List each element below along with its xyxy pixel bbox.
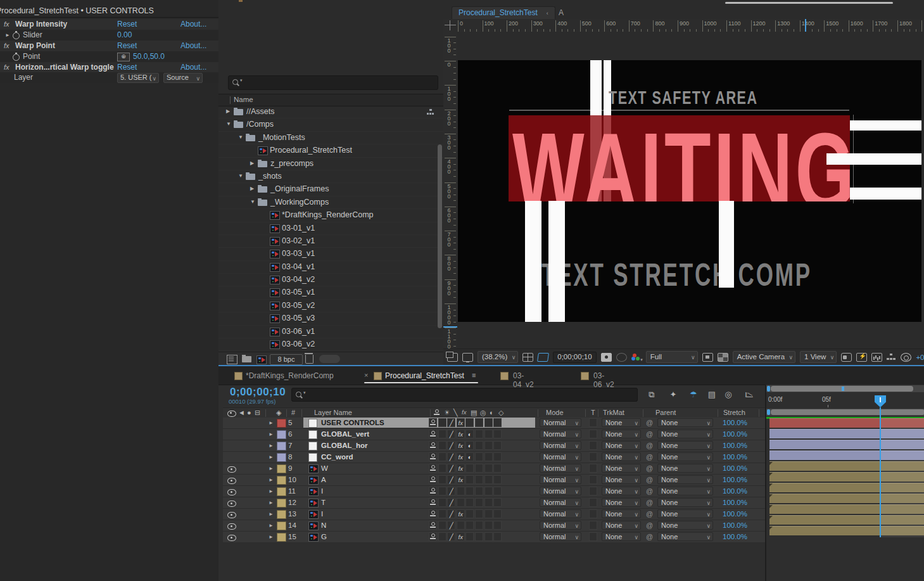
t-switch-cell[interactable] [589, 521, 597, 530]
tab-label[interactable]: *DraftKings_RenderComp [246, 371, 334, 380]
layer-switch-cell[interactable] [429, 498, 437, 507]
tab-label[interactable]: 03-04_v2 [513, 371, 534, 389]
stretch-column-header[interactable]: Stretch [723, 409, 745, 416]
layer-label-color-chip[interactable] [277, 533, 286, 542]
twirl-arrow-icon[interactable]: ▼ [238, 173, 243, 179]
effect-name[interactable]: Warp Point [15, 41, 55, 51]
layer-name[interactable]: I [321, 487, 323, 495]
trkmat-select[interactable]: None∨ [602, 441, 641, 450]
layer-switch-cell[interactable] [457, 521, 465, 530]
property-name[interactable]: Layer [14, 72, 33, 83]
layer-switch-cell[interactable] [493, 509, 502, 518]
layer-row[interactable]: ►10A╱fxNormal∨None∨@None∨100.0% [223, 475, 765, 486]
timeline-search-input[interactable] [291, 388, 638, 402]
layer-name-column-header[interactable]: Layer Name [314, 409, 352, 416]
transparency-grid-icon[interactable] [718, 353, 728, 362]
layer-switch-cell[interactable]: fx [457, 532, 465, 541]
parent-select[interactable]: None∨ [657, 418, 713, 427]
project-tree-item[interactable]: 03-02_v1 [218, 235, 443, 248]
layer-row[interactable]: ►14N╱Normal∨None∨@None∨100.0% [223, 520, 765, 532]
effect-name[interactable]: Horizon...rtical Warp toggle [15, 62, 114, 73]
parent-pickwhip-icon[interactable]: @ [646, 430, 653, 438]
parent-column-header[interactable]: Parent [655, 409, 676, 416]
adjustment-column-icon[interactable]: ◐ [490, 409, 494, 416]
layer-label-color-chip[interactable] [277, 521, 286, 530]
about-link[interactable]: About... [180, 41, 206, 51]
blend-mode-select[interactable]: Normal∨ [540, 441, 581, 450]
layer-switch-cell[interactable] [429, 509, 437, 518]
stretch-value[interactable]: 100.0% [709, 442, 747, 449]
layer-switch-cell[interactable]: ╱ [447, 452, 455, 461]
layer-switch-cell[interactable] [493, 418, 502, 427]
layer-switch-cell[interactable] [484, 441, 493, 450]
layer-label-color-chip[interactable] [277, 510, 286, 519]
stretch-value[interactable]: 100.0% [709, 476, 747, 483]
stopwatch-icon[interactable] [13, 32, 20, 39]
project-tree-item[interactable]: ▶_OriginalFrames [218, 183, 443, 196]
project-tree-item[interactable]: ▶//Assets [218, 106, 443, 118]
parent-select[interactable]: None∨ [657, 498, 713, 507]
parent-pickwhip-icon[interactable]: @ [646, 419, 653, 426]
layer-switch-cell[interactable]: ╱ [447, 475, 455, 484]
motion-blur-column-icon[interactable]: ◎ [480, 409, 486, 417]
t-switch-cell[interactable] [589, 452, 597, 461]
t-switch-cell[interactable] [589, 430, 597, 438]
layer-switch-cell[interactable] [429, 521, 437, 530]
layer-label-color-chip[interactable] [277, 487, 286, 496]
layer-label-color-chip[interactable] [277, 464, 286, 473]
layer-switch-cell[interactable] [484, 452, 493, 461]
project-tree-item[interactable]: Procedural_StretchTest [218, 144, 443, 157]
layer-switch-cell[interactable] [475, 509, 483, 518]
target-region-icon[interactable] [702, 353, 713, 362]
layer-switch-cell[interactable] [484, 464, 493, 473]
twirl-arrow-icon[interactable]: ▶ [250, 160, 254, 166]
parent-select[interactable]: None∨ [657, 464, 713, 473]
layer-switch-cell[interactable] [465, 532, 474, 541]
twirl-arrow-icon[interactable]: ▶ [250, 186, 254, 191]
project-search-input[interactable] [228, 75, 438, 90]
blend-mode-select[interactable]: Normal∨ [540, 498, 581, 507]
layer-switch-cell[interactable] [457, 487, 465, 495]
label-column-icon[interactable]: ◈ [276, 409, 281, 417]
layer-switch-cell[interactable] [465, 418, 474, 427]
timeline-time-ruler[interactable]: 0:00f05f10f [766, 393, 924, 409]
layer-switch-cell[interactable] [493, 452, 502, 461]
layer-switch-cell[interactable] [438, 509, 446, 518]
layer-select-dropdown[interactable]: 5. USER (∨ [117, 73, 159, 83]
parent-pickwhip-icon[interactable]: @ [646, 476, 653, 483]
layer-switch-cell[interactable]: ╱ [447, 532, 455, 541]
frame-blend-column-icon[interactable]: ▤ [471, 409, 477, 417]
stretch-value[interactable]: 100.0% [709, 453, 747, 461]
magnification-select[interactable]: (38.2%)∨ [478, 351, 518, 363]
layer-switch-cell[interactable] [438, 498, 446, 507]
layer-switch-cell[interactable] [429, 532, 437, 541]
layer-switch-cell[interactable] [438, 441, 446, 450]
layer-switch-cell[interactable]: fx [457, 452, 465, 461]
layer-switch-cell[interactable] [438, 532, 446, 541]
draft-3d-icon[interactable]: ✦ [666, 389, 681, 400]
tab-close-icon[interactable]: × [364, 371, 368, 379]
tab-menu-icon[interactable]: ≡ [472, 371, 475, 379]
horizontal-ruler[interactable]: 0100200300400500600700800900100011001200… [457, 19, 924, 32]
timeline-header-scrollbar[interactable] [766, 409, 924, 416]
layer-switch-cell[interactable] [475, 475, 483, 484]
layer-switch-cell[interactable] [493, 430, 502, 438]
layer-label-color-chip[interactable] [277, 499, 286, 508]
exposure-reset-icon[interactable] [901, 353, 911, 362]
layer-row[interactable]: ►6GLOBAL_vert╱fx◐Normal∨None∨@None∨100.0… [223, 429, 765, 440]
layer-name[interactable]: W [321, 464, 328, 472]
blend-mode-select[interactable]: Normal∨ [540, 452, 581, 461]
trkmat-select[interactable]: None∨ [602, 464, 641, 473]
trkmat-select[interactable]: None∨ [602, 418, 641, 427]
layer-switch-cell[interactable] [484, 509, 493, 518]
project-tree-item[interactable]: 03-01_v1 [218, 222, 443, 235]
active-camera-select[interactable]: Active Camera∨ [733, 351, 795, 363]
about-link[interactable]: About... [180, 19, 206, 30]
layer-switch-cell[interactable] [465, 487, 474, 495]
playhead-line[interactable] [880, 407, 881, 537]
layer-switch-cell[interactable] [438, 452, 446, 461]
layer-switch-cell[interactable]: ╱ [447, 498, 455, 507]
parent-select[interactable]: None∨ [657, 509, 713, 518]
fx-column-icon[interactable]: fx [462, 409, 466, 416]
layer-switch-cell[interactable] [429, 430, 437, 438]
